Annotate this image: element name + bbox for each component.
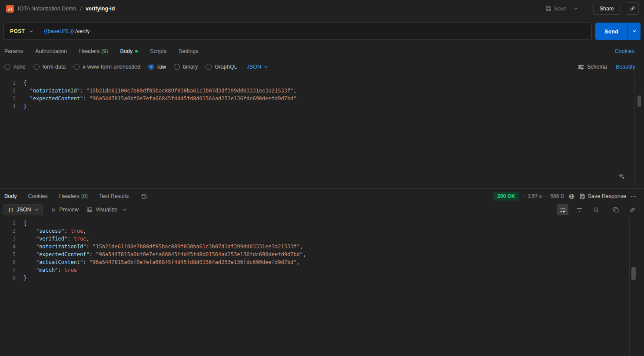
line-number: 2	[0, 227, 16, 235]
code-line: 3 "verified": true,	[0, 235, 644, 243]
response-code[interactable]: 1{2 "success": true,3 "verified": true,4…	[0, 218, 644, 282]
play-icon	[51, 207, 56, 213]
link-icon	[629, 5, 636, 12]
url-input[interactable]: {{baseURL}} /verify	[40, 28, 90, 34]
response-history-button[interactable]	[141, 193, 147, 200]
filter-icon	[576, 207, 583, 213]
save-options-button[interactable]	[571, 4, 581, 13]
breadcrumb-workspace[interactable]: IOTA Notarization Demo	[18, 6, 76, 12]
send-button[interactable]: Send	[595, 23, 627, 40]
tab-body[interactable]: Body	[120, 48, 138, 54]
breadcrumb-request-name: verifying-id	[86, 6, 115, 12]
body-mode-raw[interactable]: raw	[148, 64, 166, 70]
code-line: 8}	[0, 274, 644, 282]
preview-button[interactable]: Preview	[51, 207, 79, 213]
line-number: 8	[0, 274, 16, 282]
wrap-text-icon	[560, 207, 566, 213]
url-box: POST {{baseURL}} /verify	[3, 23, 592, 40]
status-badge[interactable]: 200 OK	[493, 192, 519, 201]
history-clock-icon	[141, 193, 147, 200]
response-tab-cookies[interactable]: Cookies	[28, 193, 48, 199]
code-line: 7 "match": true	[0, 266, 644, 274]
radio-icon	[73, 64, 80, 70]
header-actions: Save Share	[543, 2, 639, 15]
share-button[interactable]: Share	[593, 3, 621, 15]
code-line: 3 "expectedContent": "96a5447815a0bf0e7e…	[0, 95, 644, 102]
radio-icon	[206, 64, 212, 70]
body-mode-none[interactable]: none	[4, 64, 26, 70]
language-dropdown[interactable]: JSON	[247, 64, 268, 70]
code-line: 4 "notarizationId": "15b21de61100e7b80df…	[0, 243, 644, 251]
beautify-button[interactable]: Beautify	[616, 64, 635, 70]
breadcrumb: IOTA Notarization Demo / verifying-id	[6, 5, 115, 13]
body-mode-urlencoded[interactable]: x-www-form-urlencoded	[73, 64, 140, 70]
scrollbar-track[interactable]	[629, 218, 644, 356]
request-code[interactable]: 1{2 "notarizationId": "15b21de61100e7b80…	[0, 75, 644, 110]
postbot-icon[interactable]	[618, 173, 625, 180]
response-tab-headers[interactable]: Headers(8)	[59, 193, 88, 199]
filter-button[interactable]	[574, 204, 585, 215]
copy-button[interactable]	[610, 204, 621, 215]
method-dropdown[interactable]: POST	[4, 23, 40, 40]
code-line: 5 "expectedContent": "96a5447815a0bf0e7e…	[0, 251, 644, 258]
save-button[interactable]: Save	[543, 3, 569, 14]
tab-headers[interactable]: Headers(9)	[79, 48, 108, 54]
code-line: 2 "notarizationId": "15b21de61100e7b80df…	[0, 87, 644, 95]
body-mode-actions: Schema Beautify	[578, 64, 635, 70]
body-mode-row: none form-data x-www-form-urlencoded raw…	[0, 59, 644, 75]
request-body-editor[interactable]: 1{2 "notarizationId": "15b21de61100e7b80…	[0, 75, 644, 188]
radio-icon	[4, 64, 10, 70]
tab-params[interactable]: Params	[4, 48, 23, 54]
line-number: 7	[0, 266, 16, 274]
chevron-down-icon	[29, 29, 33, 33]
code-line: 1{	[0, 79, 644, 87]
save-response-button[interactable]: Save Response	[579, 193, 626, 199]
line-number: 3	[0, 95, 16, 102]
response-tab-test-results[interactable]: Test Results	[99, 193, 129, 199]
line-number: 2	[0, 87, 16, 95]
line-number: 1	[0, 79, 16, 87]
response-toolbar: {} JSON Preview Visualize	[0, 202, 644, 218]
more-options-button[interactable]	[630, 192, 638, 201]
response-time[interactable]: 3.57 s	[528, 193, 542, 199]
copy-link-button[interactable]	[626, 2, 639, 15]
network-info-button[interactable]	[568, 192, 576, 201]
scrollbar-thumb[interactable]	[631, 267, 636, 280]
send-options-button[interactable]	[627, 23, 641, 40]
body-mode-binary[interactable]: binary	[174, 64, 198, 70]
tab-settings[interactable]: Settings	[179, 48, 198, 54]
modified-dot	[135, 50, 138, 53]
workspace-icon[interactable]	[6, 5, 14, 13]
line-number: 4	[0, 243, 16, 251]
response-meta: 200 OK 3.57 s 566 B Save Response	[493, 192, 638, 201]
link-icon	[629, 207, 636, 213]
scrollbar-track[interactable]	[634, 75, 644, 188]
line-number: 1	[0, 219, 16, 227]
url-path: /verify	[75, 28, 90, 34]
line-number: 3	[0, 235, 16, 243]
tab-authorization[interactable]: Authorization	[35, 48, 67, 54]
response-tab-body[interactable]: Body	[4, 193, 17, 199]
response-size[interactable]: 566 B	[550, 193, 564, 199]
copy-icon	[613, 207, 619, 213]
response-section: Body Cookies Headers(8) Test Results 200…	[0, 188, 644, 356]
response-body-editor[interactable]: 1{2 "success": true,3 "verified": true,4…	[0, 218, 644, 356]
send-group: Send	[595, 23, 641, 40]
tab-scripts[interactable]: Scripts	[150, 48, 166, 54]
headers-count: (9)	[101, 48, 108, 54]
save-icon	[545, 6, 551, 12]
schema-button[interactable]: Schema	[578, 64, 607, 70]
response-format-dropdown[interactable]: {} JSON	[3, 204, 43, 215]
body-mode-graphql[interactable]: GraphQL	[206, 64, 237, 70]
chevron-down-icon	[574, 7, 578, 11]
cookies-link[interactable]: Cookies	[615, 48, 634, 54]
wrap-text-button[interactable]	[557, 204, 568, 215]
chevron-down-icon[interactable]	[123, 208, 127, 212]
visualize-button[interactable]: Visualize	[86, 207, 117, 213]
scrollbar-thumb[interactable]	[637, 96, 641, 107]
chevron-down-icon	[264, 65, 268, 69]
copy-link-button[interactable]	[627, 204, 638, 215]
body-mode-form-data[interactable]: form-data	[33, 64, 66, 70]
radio-icon	[174, 64, 180, 70]
search-button[interactable]	[590, 204, 601, 215]
